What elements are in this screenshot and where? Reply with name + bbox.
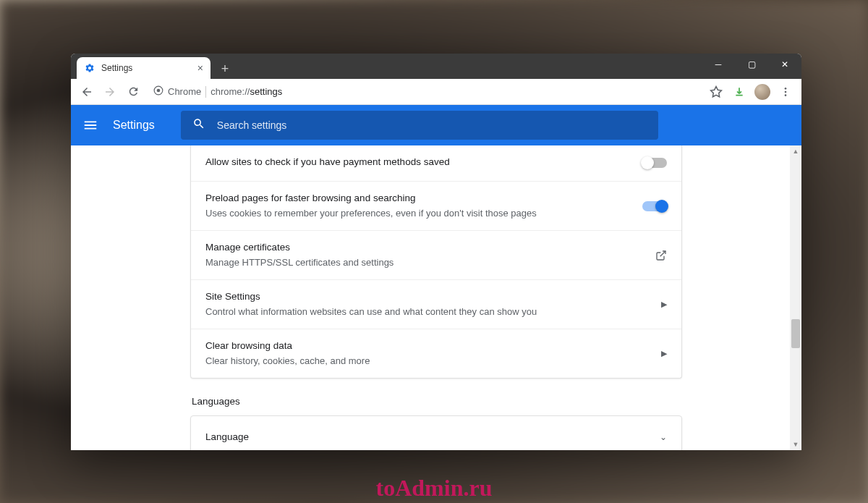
row-payment-methods[interactable]: Allow sites to check if you have payment… [191, 145, 681, 182]
row-title: Site Settings [205, 290, 638, 304]
reload-button[interactable] [123, 82, 143, 102]
row-preload-pages[interactable]: Preload pages for faster browsing and se… [191, 182, 681, 231]
close-icon[interactable]: × [197, 62, 203, 74]
row-title: Allow sites to check if you have payment… [205, 156, 638, 169]
profile-avatar[interactable] [752, 82, 773, 102]
svg-point-3 [785, 90, 787, 93]
bookmark-star-icon[interactable] [706, 82, 726, 102]
scroll-down-arrow[interactable]: ▼ [790, 439, 801, 450]
settings-header: Settings [71, 105, 801, 145]
svg-point-4 [785, 94, 787, 96]
toggle-switch-on[interactable] [642, 201, 667, 211]
maximize-button[interactable]: ▢ [735, 54, 768, 75]
row-subtitle: Clear history, cookies, cache, and more [205, 355, 638, 368]
url-host: Chrome [168, 86, 201, 97]
scrollbar[interactable]: ▲ ▼ [790, 145, 801, 450]
row-manage-certificates[interactable]: Manage certificates Manage HTTPS/SSL cer… [191, 231, 681, 280]
site-info-icon[interactable] [153, 85, 163, 98]
toggle-preload[interactable] [638, 201, 667, 211]
svg-line-5 [660, 251, 665, 256]
search-icon [192, 117, 205, 133]
hamburger-menu-icon[interactable] [82, 117, 98, 133]
content-area: Allow sites to check if you have payment… [71, 145, 801, 450]
row-site-settings[interactable]: Site Settings Control what information w… [191, 280, 681, 329]
window-close-button[interactable]: ✕ [768, 54, 801, 75]
external-link-icon[interactable] [638, 250, 667, 261]
url-box[interactable]: Chrome chrome://settings [146, 85, 703, 98]
row-title: Language [205, 431, 638, 444]
row-subtitle: Manage HTTPS/SSL certificates and settin… [205, 256, 638, 269]
page-title: Settings [113, 119, 155, 132]
scrollbar-thumb[interactable] [791, 319, 800, 348]
url-path: chrome://settings [210, 86, 282, 97]
window-controls: ─ ▢ ✕ [702, 54, 801, 75]
row-subtitle: Uses cookies to remember your preference… [205, 207, 638, 220]
toggle-switch-off[interactable] [642, 158, 667, 168]
scroll-up-arrow[interactable]: ▲ [790, 145, 801, 157]
address-bar: Chrome chrome://settings [71, 79, 801, 105]
url-divider [205, 86, 206, 98]
svg-point-1 [157, 89, 161, 93]
languages-card: Language ⌄ [190, 415, 682, 450]
row-title: Preload pages for faster browsing and se… [205, 192, 638, 206]
search-input[interactable] [217, 119, 647, 131]
toggle-payment[interactable] [638, 158, 667, 168]
chevron-right-icon: ▶ [638, 300, 667, 309]
search-box[interactable] [181, 111, 658, 140]
row-language[interactable]: Language ⌄ [191, 416, 681, 450]
row-title: Clear browsing data [205, 339, 638, 353]
row-subtitle: Control what information websites can us… [205, 305, 638, 318]
chevron-right-icon: ▶ [638, 349, 667, 358]
titlebar: Settings × + ─ ▢ ✕ [71, 54, 801, 79]
gear-icon [84, 62, 95, 74]
chevron-down-icon: ⌄ [638, 432, 667, 442]
browser-tab[interactable]: Settings × [77, 57, 210, 79]
back-button[interactable] [77, 82, 97, 102]
row-title: Manage certificates [205, 241, 638, 255]
download-icon[interactable] [729, 82, 749, 102]
svg-point-2 [785, 88, 787, 90]
row-clear-browsing-data[interactable]: Clear browsing data Clear history, cooki… [191, 329, 681, 378]
tab-title: Settings [101, 63, 192, 73]
forward-button[interactable] [100, 82, 120, 102]
minimize-button[interactable]: ─ [702, 54, 735, 75]
browser-window: Settings × + ─ ▢ ✕ Chrome chrome://setti… [71, 54, 801, 450]
menu-dots-icon[interactable] [775, 82, 796, 102]
new-tab-button[interactable]: + [215, 59, 235, 79]
privacy-card: Allow sites to check if you have payment… [190, 145, 682, 379]
section-languages-heading: Languages [190, 396, 682, 407]
